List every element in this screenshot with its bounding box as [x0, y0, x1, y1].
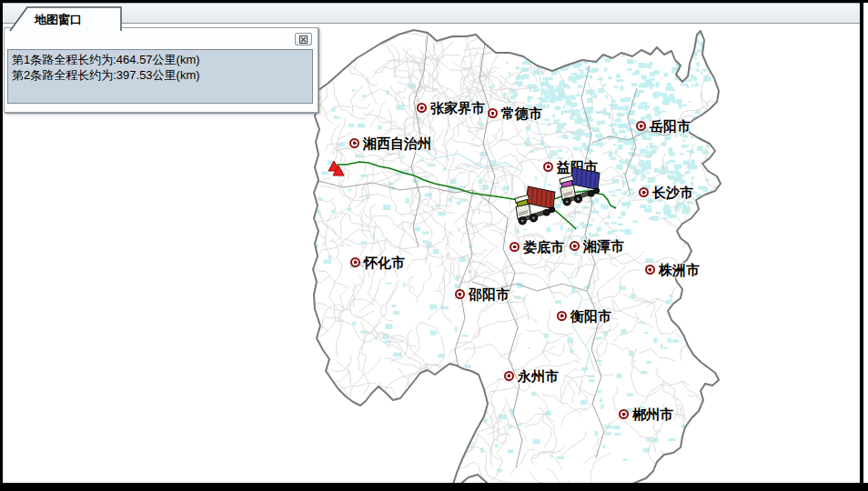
city-label: 怀化市	[364, 256, 405, 269]
city-feature[interactable]: 湘潭市	[570, 240, 624, 251]
city-marker-icon	[619, 409, 629, 419]
window-border-bottom	[0, 483, 868, 491]
city-marker-icon	[349, 138, 359, 148]
city-label: 娄底市	[523, 240, 564, 254]
city-feature[interactable]: 邵阳市	[455, 288, 510, 299]
city-feature[interactable]: 岳阳市	[636, 120, 691, 131]
truck-blue-icon[interactable]	[558, 165, 602, 206]
city-feature[interactable]: 怀化市	[350, 256, 405, 267]
city-marker-icon	[636, 121, 646, 131]
city-label: 湘西自治州	[363, 136, 431, 150]
city-marker-icon	[543, 162, 553, 172]
route-info-panel: 第1条路全程长约为:464.57公里(km) 第2条路全程长约为:397.53公…	[4, 27, 318, 113]
city-marker-icon	[455, 289, 465, 299]
city-marker-icon	[645, 265, 655, 275]
city-feature[interactable]: 郴州市	[619, 408, 673, 419]
tab-bar	[3, 3, 860, 24]
route-length-box: 第1条路全程长约为:464.57公里(km) 第2条路全程长约为:397.53公…	[7, 49, 313, 104]
city-marker-icon	[350, 257, 360, 267]
city-marker-icon	[417, 103, 427, 113]
route-1-length: 第1条路全程长约为:464.57公里(km)	[12, 52, 308, 67]
city-feature[interactable]: 常德市	[488, 107, 542, 118]
window-border-left	[0, 0, 3, 491]
city-label: 衡阳市	[570, 309, 611, 323]
city-marker-icon	[639, 187, 649, 197]
window-border-right	[860, 0, 863, 491]
city-feature[interactable]: 长沙市	[639, 186, 693, 197]
city-label: 湘潭市	[583, 239, 624, 253]
city-feature[interactable]: 湘西自治州	[349, 137, 431, 148]
window-border-top	[0, 0, 868, 3]
close-icon	[299, 35, 308, 44]
truck-red-icon[interactable]	[513, 185, 558, 225]
city-label: 常德市	[501, 106, 542, 120]
city-label: 郴州市	[632, 407, 673, 421]
city-marker-icon	[504, 371, 514, 381]
window-edge	[863, 0, 868, 491]
city-feature[interactable]: 株洲市	[645, 264, 700, 275]
city-marker-icon	[488, 108, 498, 118]
city-feature[interactable]: 张家界市	[417, 102, 485, 113]
city-feature[interactable]: 永州市	[504, 370, 559, 381]
tab-map-window[interactable]: 地图窗口	[7, 6, 124, 32]
tab-label: 地图窗口	[35, 12, 120, 28]
city-label: 株洲市	[659, 263, 700, 276]
city-label: 张家界市	[430, 101, 485, 115]
route-2-length: 第2条路全程长约为:397.53公里(km)	[12, 67, 308, 83]
panel-close-button[interactable]	[295, 33, 312, 45]
map-window: 地图窗口 张家界市常德市岳阳市湘西自治州益阳市长沙市娄底市湘潭市株洲市怀化市邵阳…	[0, 0, 868, 491]
city-label: 长沙市	[652, 185, 693, 199]
city-marker-icon	[510, 242, 520, 252]
city-marker-icon	[557, 311, 567, 321]
city-label: 邵阳市	[469, 287, 510, 301]
city-label: 岳阳市	[650, 119, 691, 133]
city-feature[interactable]: 娄底市	[510, 241, 564, 252]
city-label: 永州市	[518, 369, 559, 383]
city-feature[interactable]: 衡阳市	[557, 310, 611, 321]
city-marker-icon	[570, 241, 580, 251]
